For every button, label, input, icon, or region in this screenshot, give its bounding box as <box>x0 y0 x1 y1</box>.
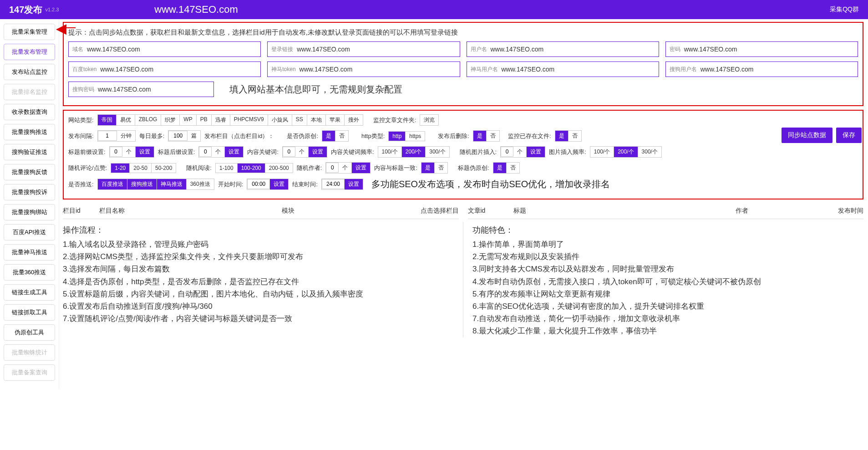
site-type-option[interactable]: PHPCMSV9 <box>230 115 268 125</box>
sidebar-item[interactable]: 链接抓取工具 <box>4 304 55 321</box>
input-field[interactable]: 百度tokenwww.147SEO.com <box>68 61 261 77</box>
sidebar-item[interactable]: 收录数据查询 <box>4 104 55 120</box>
kw-set[interactable]: 设置 <box>309 147 327 157</box>
sidebar-item[interactable]: 批量搜狗推送 <box>4 124 55 140</box>
sync-button[interactable]: 同步站点数据 <box>782 128 832 143</box>
sidebar-item[interactable]: 百度API推送 <box>4 224 55 240</box>
site-type-option[interactable]: 易优 <box>117 115 135 125</box>
app-title: 147发布 <box>9 4 42 16</box>
input-field[interactable]: 用户名www.147SEO.com <box>467 41 659 57</box>
sidebar-item[interactable]: 批量360推送 <box>4 264 55 281</box>
arrow-line <box>66 27 76 28</box>
kw-input[interactable] <box>283 147 295 157</box>
input-field[interactable]: 神马tokenwww.147SEO.com <box>267 61 460 77</box>
field-sogou-pwd[interactable]: 搜狗密码 www.147SEO.com <box>68 82 214 97</box>
site-type-option[interactable]: PB <box>197 115 212 125</box>
interval-input[interactable] <box>98 131 117 141</box>
sidebar-item[interactable]: 批量搜狗反馈 <box>4 164 55 180</box>
site-type-option[interactable]: 苹果 <box>326 115 345 125</box>
header-url: www.147SEO.com <box>154 4 238 15</box>
sidebar-item[interactable]: 批量神马推送 <box>4 244 55 261</box>
feat-list: 1.操作简单，界面简单明了2.无需写发布规则以及安装插件3.同时支持各大CMS发… <box>472 238 863 338</box>
flow-list: 1.输入域名以及登录路径，管理员账户密码2.选择网站CMS类型，选择监控采集文件… <box>63 238 454 325</box>
sidebar-item[interactable]: 发布站点监控 <box>4 64 55 80</box>
save-button[interactable]: 保存 <box>836 128 862 143</box>
sidebar-item[interactable]: 批量蜘蛛统计 <box>4 344 55 361</box>
start-time[interactable] <box>247 179 270 189</box>
input-field[interactable]: 登录链接www.147SEO.com <box>267 41 460 57</box>
title-toggle[interactable]: 是否 <box>493 162 520 174</box>
feature-note: 多功能SEO发布选项，发布时自动SEO优化，增加收录排名 <box>371 178 610 190</box>
prefix-input[interactable] <box>110 147 122 157</box>
start-set[interactable]: 设置 <box>270 179 288 189</box>
site-type-option[interactable]: SS <box>292 115 307 125</box>
sidebar-item[interactable]: 搜狗验证推送 <box>4 144 55 160</box>
table-left-header: 栏目id栏目名称模块点击选择栏目 <box>63 203 459 219</box>
suffix-set[interactable]: 设置 <box>225 147 243 157</box>
site-type-option[interactable]: 小旋风 <box>268 115 292 125</box>
orig-toggle[interactable]: 是否 <box>322 130 349 142</box>
table-right-header: 文章id标题作者发布时间 <box>468 203 864 219</box>
input-field[interactable]: 密码www.147SEO.com <box>665 41 858 57</box>
sidebar-item[interactable]: 批量排名监控 <box>4 84 55 100</box>
sidebar-item[interactable]: 链接生成工具 <box>4 284 55 301</box>
sidebar: 批量采集管理批量发布管理发布站点监控批量排名监控收录数据查询批量搜狗推送搜狗验证… <box>0 19 59 389</box>
site-type-option[interactable]: WP <box>180 115 196 125</box>
http-toggle[interactable]: httphttps <box>388 131 425 141</box>
hint-text: 提示：点击同步站点数据，获取栏目和最新文章信息，选择栏目id用于自动发布,未修改… <box>68 28 858 37</box>
options-box: 网站类型: 帝国易优ZBLOG织梦WPPB迅睿PHPCMSV9小旋风SS本地苹果… <box>63 110 863 199</box>
read-seg[interactable]: 1-100100-200200-500 <box>215 163 293 173</box>
like-seg[interactable]: 1-2020-5050-200 <box>111 163 176 173</box>
input-field[interactable]: 域名www.147SEO.com <box>68 41 261 57</box>
suffix-input[interactable] <box>199 147 212 157</box>
qq-group-link[interactable]: 采集QQ群 <box>830 5 859 14</box>
site-type-option[interactable]: 迅睿 <box>212 115 230 125</box>
del-toggle[interactable]: 是否 <box>473 130 500 142</box>
sidebar-item[interactable]: 批量备案查询 <box>4 364 55 381</box>
auth-set[interactable]: 设置 <box>352 163 370 173</box>
site-type-option[interactable]: 搜外 <box>345 115 363 125</box>
sidebar-item[interactable]: 批量搜狗投诉 <box>4 184 55 200</box>
input-field[interactable]: 搜狗用户名www.147SEO.com <box>665 61 858 77</box>
site-type-option[interactable]: ZBLOG <box>135 115 162 125</box>
feat-heading: 功能特色： <box>472 225 863 235</box>
end-set[interactable]: 设置 <box>345 179 363 189</box>
kwr-seg[interactable]: 100/个200/个300/个 <box>378 146 450 158</box>
exist-toggle[interactable]: 是否 <box>555 130 582 142</box>
site-type-option[interactable]: 本地 <box>307 115 326 125</box>
img-input[interactable] <box>501 147 513 157</box>
flow-heading: 操作流程： <box>63 225 454 235</box>
match-toggle[interactable]: 是否 <box>421 162 448 174</box>
site-type-segments[interactable]: 帝国易优ZBLOG织梦WPPB迅睿PHPCMSV9小旋风SS本地苹果搜外 <box>97 114 363 126</box>
top-bar: 147发布 v1.2.3 www.147SEO.com 采集QQ群 <box>0 0 868 19</box>
sidebar-item[interactable]: 批量发布管理 <box>4 44 55 60</box>
img-set[interactable]: 设置 <box>527 147 545 157</box>
site-info-box: 提示：点击同步站点数据，获取栏目和最新文章信息，选择栏目id用于自动发布,未修改… <box>63 22 863 106</box>
input-field[interactable]: 神马用户名www.147SEO.com <box>467 61 659 77</box>
app-version: v1.2.3 <box>45 7 59 12</box>
sidebar-item[interactable]: 批量采集管理 <box>4 24 55 40</box>
auth-input[interactable] <box>326 163 339 173</box>
end-time[interactable] <box>322 179 345 189</box>
imgr-seg[interactable]: 100/个200/个300/个 <box>590 146 662 158</box>
sidebar-item[interactable]: 批量搜狗绑站 <box>4 204 55 220</box>
prefix-set[interactable]: 设置 <box>136 147 154 157</box>
push-seg[interactable]: 百度推送搜狗推送神马推送360推送 <box>97 179 214 190</box>
site-type-option[interactable]: 帝国 <box>98 115 117 125</box>
daily-input[interactable] <box>168 131 188 141</box>
content: ◀ 提示：点击同步站点数据，获取栏目和最新文章信息，选择栏目id用于自动发布,未… <box>59 19 868 389</box>
browse-button[interactable]: 浏览 <box>420 115 438 125</box>
info-note: 填入网站基本信息即可，无需规则复杂配置 <box>229 83 402 96</box>
site-type-option[interactable]: 织梦 <box>161 115 180 125</box>
sidebar-item[interactable]: 伪原创工具 <box>4 324 55 341</box>
arrow-icon: ◀ <box>56 21 66 36</box>
